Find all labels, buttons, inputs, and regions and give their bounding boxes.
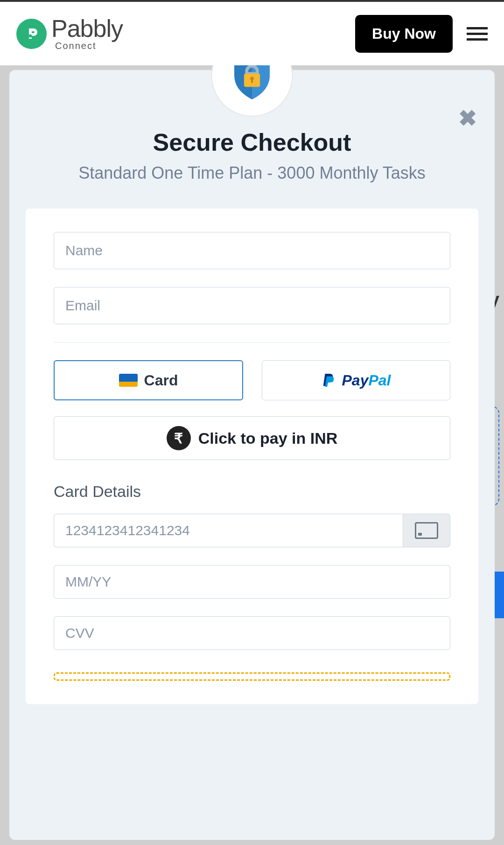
buy-now-button[interactable]: Buy Now	[355, 15, 453, 53]
rupee-icon: ₹	[167, 426, 191, 450]
checkout-form: Card PayPal ₹ Click to pay in INR Card D…	[26, 209, 478, 704]
inr-button-label: Click to pay in INR	[198, 429, 338, 447]
logo[interactable]: Pabbly Connect	[16, 16, 123, 51]
logo-text: Pabbly Connect	[51, 16, 123, 51]
svg-rect-4	[251, 78, 253, 83]
credit-card-icon	[119, 374, 138, 387]
svg-point-1	[28, 35, 32, 38]
card-label: Card	[144, 372, 178, 389]
modal-subtitle: Standard One Time Plan - 3000 Monthly Ta…	[9, 163, 495, 183]
card-outline-icon	[415, 522, 438, 539]
modal-title: Secure Checkout	[9, 128, 495, 156]
checkout-modal: ✖ Secure Checkout Standard One Time Plan…	[9, 70, 495, 840]
payment-method-card[interactable]: Card	[54, 360, 243, 400]
card-number-field-wrap	[54, 514, 450, 547]
logo-sub-text: Connect	[55, 41, 123, 51]
hamburger-menu-icon[interactable]	[467, 27, 488, 41]
header-right: Buy Now	[355, 15, 488, 53]
coupon-box-partial[interactable]	[54, 672, 450, 681]
pay-in-inr-button[interactable]: ₹ Click to pay in INR	[54, 416, 450, 460]
paypal-label: PayPal	[342, 372, 391, 389]
name-input[interactable]	[54, 232, 450, 269]
expiry-input[interactable]	[54, 565, 450, 599]
payment-method-paypal[interactable]: PayPal	[262, 360, 450, 400]
paypal-icon	[322, 373, 336, 388]
header: Pabbly Connect Buy Now	[0, 0, 504, 65]
cvv-input[interactable]	[54, 616, 450, 650]
close-icon[interactable]: ✖	[458, 105, 477, 131]
logo-main-text: Pabbly	[51, 16, 123, 41]
pabbly-logo-icon	[16, 19, 47, 49]
form-divider	[54, 342, 450, 342]
card-number-input[interactable]	[54, 514, 403, 547]
card-details-label: Card Details	[54, 482, 450, 501]
email-input[interactable]	[54, 287, 450, 324]
payment-method-selector: Card PayPal	[54, 360, 450, 400]
card-type-indicator	[403, 514, 450, 547]
